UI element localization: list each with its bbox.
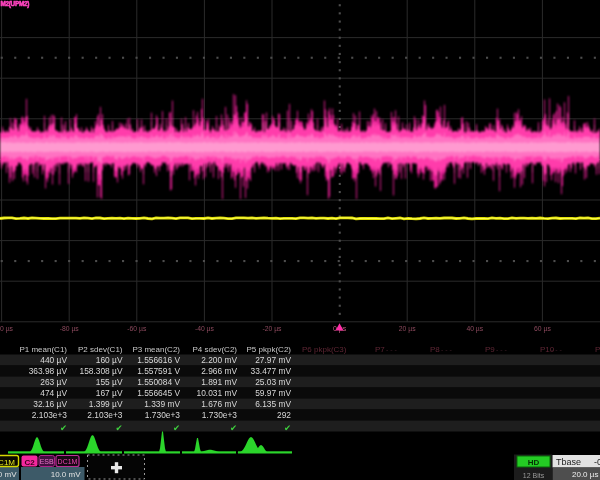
svg-text:P9: P9 xyxy=(485,345,495,354)
svg-text:1.339 mV: 1.339 mV xyxy=(144,399,180,409)
svg-text:1.676 mV: 1.676 mV xyxy=(201,399,237,409)
svg-text:1.556616 V: 1.556616 V xyxy=(137,355,180,365)
svg-text:P1: P1 xyxy=(595,345,600,354)
svg-text:40 µs: 40 µs xyxy=(466,325,483,333)
svg-text:440 µV: 440 µV xyxy=(40,355,67,365)
svg-text:160 µV: 160 µV xyxy=(96,355,123,365)
svg-text:P5 pkpk(C2): P5 pkpk(C2) xyxy=(247,345,292,354)
svg-text:1.730e+3: 1.730e+3 xyxy=(145,410,181,420)
svg-text:363.98 µV: 363.98 µV xyxy=(29,366,68,376)
svg-text:-100 µs: -100 µs xyxy=(0,325,14,333)
svg-text:DC1M: DC1M xyxy=(58,458,78,465)
svg-text:27.97 mV: 27.97 mV xyxy=(255,355,291,365)
svg-text:59.97 mV: 59.97 mV xyxy=(255,388,291,398)
svg-text:-80 µs: -80 µs xyxy=(60,325,80,333)
svg-text:C2: C2 xyxy=(24,458,35,467)
svg-text:474 µV: 474 µV xyxy=(40,388,67,398)
svg-text:P2 sdev(C1): P2 sdev(C1) xyxy=(78,345,123,354)
svg-text:1.730e+3: 1.730e+3 xyxy=(202,410,238,420)
svg-text:-0: -0 xyxy=(594,457,600,467)
svg-text:158.308 µV: 158.308 µV xyxy=(79,366,122,376)
svg-text:2.103e+3: 2.103e+3 xyxy=(32,410,68,420)
svg-text:✔: ✔ xyxy=(284,423,291,433)
svg-text:✔: ✔ xyxy=(60,423,67,433)
svg-text:1.557591 V: 1.557591 V xyxy=(137,366,180,376)
svg-text:-40 µs: -40 µs xyxy=(195,325,215,333)
svg-text:P6 pkpk(C3): P6 pkpk(C3) xyxy=(302,345,347,354)
svg-text:P4 sdev(C2): P4 sdev(C2) xyxy=(193,345,238,354)
svg-text:P3 mean(C2): P3 mean(C2) xyxy=(132,345,180,354)
svg-text:DC1M: DC1M xyxy=(0,458,15,467)
svg-text:50.0 mV: 50.0 mV xyxy=(0,470,17,479)
svg-text:- - -: - - - xyxy=(551,346,563,353)
svg-text:32.16 µV: 32.16 µV xyxy=(33,399,67,409)
svg-text:- - -: - - - xyxy=(441,346,453,353)
svg-text:- - -: - - - xyxy=(386,346,398,353)
svg-text:P8: P8 xyxy=(430,345,440,354)
svg-text:✔: ✔ xyxy=(173,423,180,433)
svg-text:60 µs: 60 µs xyxy=(534,325,551,333)
svg-text:-20 µs: -20 µs xyxy=(262,325,282,333)
svg-text:167 µV: 167 µV xyxy=(96,388,123,398)
svg-text:10.0 mV: 10.0 mV xyxy=(51,470,81,479)
svg-text:10.031 mV: 10.031 mV xyxy=(196,388,237,398)
svg-text:1.556645 V: 1.556645 V xyxy=(137,388,180,398)
svg-text:1.891 mV: 1.891 mV xyxy=(201,377,237,387)
svg-text:P7: P7 xyxy=(375,345,385,354)
svg-text:1.550084 V: 1.550084 V xyxy=(137,377,180,387)
svg-text:HD: HD xyxy=(528,458,540,467)
svg-text:M2(UPM2): M2(UPM2) xyxy=(1,0,30,8)
svg-text:20.0 µs: 20.0 µs xyxy=(572,470,598,479)
svg-text:12 Bits: 12 Bits xyxy=(523,472,545,479)
svg-text:- - -: - - - xyxy=(496,346,508,353)
svg-text:2.103e+3: 2.103e+3 xyxy=(87,410,123,420)
svg-text:6.135 mV: 6.135 mV xyxy=(255,399,291,409)
svg-text:1.399 µV: 1.399 µV xyxy=(89,399,123,409)
svg-text:-60 µs: -60 µs xyxy=(127,325,147,333)
svg-text:263 µV: 263 µV xyxy=(40,377,67,387)
svg-text:✔: ✔ xyxy=(115,423,122,433)
svg-text:✔: ✔ xyxy=(230,423,237,433)
svg-text:2.200 mV: 2.200 mV xyxy=(201,355,237,365)
svg-text:155 µV: 155 µV xyxy=(96,377,123,387)
svg-text:2.966 mV: 2.966 mV xyxy=(201,366,237,376)
svg-text:P1 mean(C1): P1 mean(C1) xyxy=(19,345,67,354)
svg-text:292: 292 xyxy=(277,410,291,420)
svg-text:ESB: ESB xyxy=(40,458,54,465)
svg-text:25.03 mV: 25.03 mV xyxy=(255,377,291,387)
svg-text:Tbase: Tbase xyxy=(556,457,581,467)
svg-text:20 µs: 20 µs xyxy=(399,325,416,333)
svg-text:33.477 mV: 33.477 mV xyxy=(250,366,291,376)
